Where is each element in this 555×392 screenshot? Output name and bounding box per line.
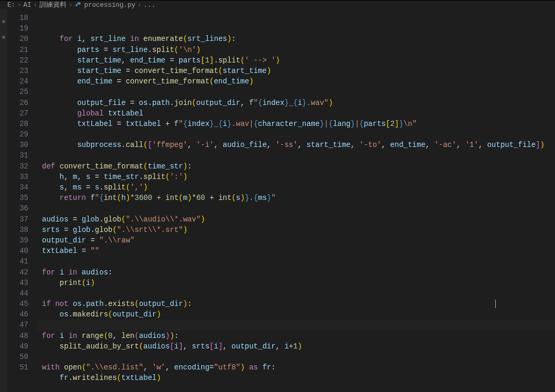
line-number: 51 [7,362,28,373]
line-number: 22 [7,55,28,66]
breadcrumb-symbol[interactable]: ... [144,2,156,9]
line-number: 20 [7,34,28,44]
line-number: 33 [7,172,28,182]
code-line[interactable]: return f"{int(h)*3600 + int(m)*60 + int(… [38,193,555,203]
code-line[interactable]: for i in audios: [38,267,555,278]
code-line[interactable]: fr.writelines(txtLabel) [38,373,555,383]
line-number: 25 [7,87,28,97]
line-number: 29 [7,129,28,140]
line-number: 47 [7,320,28,330]
code-line[interactable] [38,384,555,392]
line-number: 28 [7,119,28,129]
code-line[interactable]: end_time = convert_time_format(end_time) [38,76,555,87]
line-number: 26 [7,98,28,108]
code-line[interactable] [38,352,555,362]
code-line[interactable]: h, m, s = time_str.split(':') [38,172,555,182]
code-line[interactable]: if not os.path.exists(output_dir): [38,299,555,309]
line-number: 24 [7,76,28,87]
chevron-right-icon: › [34,2,38,9]
activity-bar [0,9,7,392]
python-file-icon [75,2,82,9]
code-line[interactable]: for i in range(0, len(audios)): [38,331,555,341]
code-line[interactable]: os.makedirs(output_dir) [38,309,555,320]
line-number: 23 [7,66,28,76]
line-number: 46 [7,309,28,320]
code-line[interactable]: txtLabel = "" [38,246,555,256]
breadcrumb[interactable]: E: › AI › 訓練資料 › processing.py › ... [0,1,555,9]
line-number: 41 [7,256,28,267]
code-line[interactable]: global txtLabel [38,108,555,119]
breadcrumb-file[interactable]: processing.py [84,2,136,9]
code-line[interactable]: audios = glob.glob(".\\audio\\*.wav") [38,214,555,225]
line-number: 37 [7,214,28,225]
code-line[interactable] [38,256,555,267]
code-line[interactable] [38,288,555,299]
line-number: 32 [7,161,28,172]
text-cursor [495,300,496,308]
line-number: 34 [7,182,28,193]
chevron-right-icon: › [69,2,73,9]
code-line[interactable] [38,203,555,214]
breadcrumb-seg[interactable]: AI [24,2,31,9]
editor-main: 1819202122232425262728293031323334353637… [0,9,555,392]
line-number: 42 [7,267,28,278]
activity-dot [2,20,5,23]
code-line[interactable]: start_time, end_time = parts[1].split(' … [38,55,555,66]
code-editor[interactable]: for i, srt_line in enumerate(srt_lines):… [38,9,555,392]
line-number: 18 [7,13,28,23]
code-line[interactable]: parts = srt_line.split('\n') [38,45,555,55]
line-number: 30 [7,140,28,150]
breadcrumb-seg[interactable]: 訓練資料 [39,1,67,9]
chevron-right-icon: › [137,2,142,9]
code-line[interactable]: print(i) [38,278,555,288]
code-line[interactable]: s, ms = s.split(',') [38,182,555,193]
line-number: 39 [7,235,28,246]
code-line[interactable]: txtLabel = txtLabel + f"{index}_{i}.wav|… [38,119,555,129]
code-line[interactable]: start_time = convert_time_format(start_t… [38,66,555,76]
line-number: 27 [7,108,28,119]
chevron-right-icon: › [17,2,22,9]
code-line[interactable]: output_file = os.path.join(output_dir, f… [38,98,555,108]
line-number: 19 [7,23,28,34]
code-line[interactable]: subprocess.call(['ffmpeg', '-i', audio_f… [38,140,555,150]
line-number: 44 [7,288,28,299]
code-line[interactable]: split_audio_by_srt(audios[i], srts[i], o… [38,341,555,352]
line-number: 48 [7,331,28,341]
line-number: 31 [7,150,28,161]
line-number: 49 [7,341,28,352]
code-line[interactable] [38,129,555,140]
code-line[interactable] [38,320,555,330]
line-number: 45 [7,299,28,309]
line-number: 35 [7,193,28,203]
svg-point-0 [77,3,78,3]
line-number: 43 [7,278,28,288]
line-gutter: 1819202122232425262728293031323334353637… [7,9,38,392]
line-number: 50 [7,352,28,362]
code-line[interactable]: def convert_time_format(time_str): [38,161,555,172]
line-number: 21 [7,45,28,55]
code-line[interactable]: srts = glob.glob(".\\srt\\*.srt") [38,225,555,235]
line-number: 36 [7,203,28,214]
code-line[interactable]: for i, srt_line in enumerate(srt_lines): [38,34,555,44]
code-line[interactable]: with open(".\\esd.list", 'w', encoding="… [38,362,555,373]
line-number: 38 [7,225,28,235]
activity-dot [2,36,5,39]
line-number: 40 [7,246,28,256]
code-line[interactable] [38,150,555,161]
breadcrumb-seg[interactable]: E: [7,2,15,9]
code-line[interactable]: output_dir = ".\\raw" [38,235,555,246]
code-line[interactable] [38,87,555,97]
